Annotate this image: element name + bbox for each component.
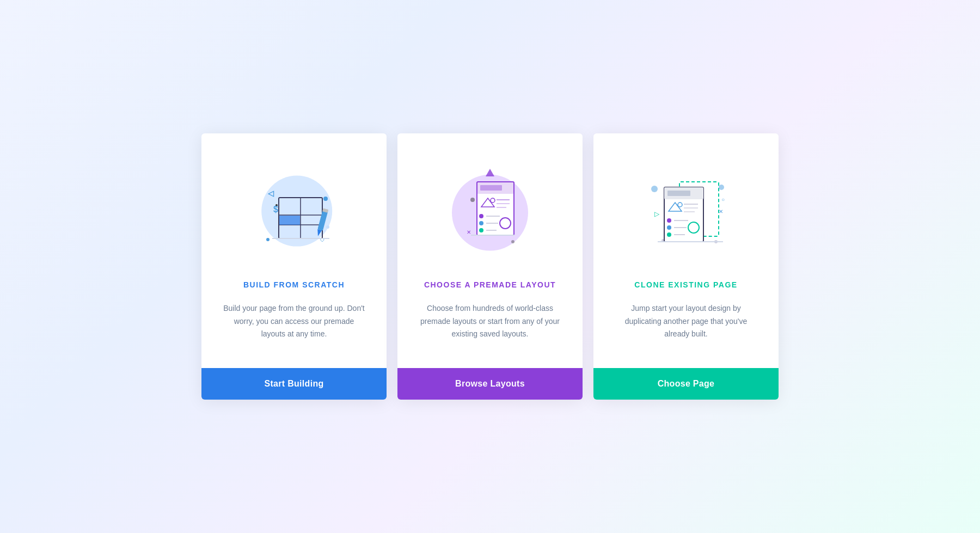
start-building-button[interactable]: Start Building <box>201 368 387 400</box>
svg-point-17 <box>470 198 475 202</box>
layout-illustration: ✕ <box>430 155 550 264</box>
svg-point-38 <box>719 185 724 190</box>
premade-title: CHOOSE A PREMADE LAYOUT <box>424 280 556 289</box>
clone-desc: Jump start your layout design by duplica… <box>613 302 759 341</box>
premade-desc: Choose from hundreds of world-class prem… <box>417 302 563 341</box>
cards-container: ◁ ◇ <box>191 133 789 400</box>
svg-point-4 <box>326 225 329 229</box>
choose-page-button[interactable]: Choose Page <box>593 368 779 400</box>
clone-illustration: ▷ ✕ ○ <box>626 155 746 264</box>
card-clone-body: ▷ ✕ ○ <box>593 133 779 368</box>
svg-marker-12 <box>316 229 322 237</box>
svg-text:▷: ▷ <box>654 210 660 218</box>
browse-layouts-button[interactable]: Browse Layouts <box>397 368 583 400</box>
svg-text:✕: ✕ <box>467 229 471 235</box>
scratch-title: BUILD FROM SCRATCH <box>243 280 345 289</box>
svg-text:○: ○ <box>721 197 725 203</box>
svg-point-30 <box>479 221 483 225</box>
clone-svg: ▷ ✕ ○ <box>626 159 746 260</box>
scratch-svg: ◁ ◇ <box>240 161 348 259</box>
svg-text:◁: ◁ <box>267 189 274 198</box>
svg-rect-10 <box>279 216 300 225</box>
svg-rect-23 <box>480 185 502 191</box>
svg-point-1 <box>323 197 328 201</box>
svg-point-53 <box>667 218 671 223</box>
svg-point-20 <box>511 240 514 243</box>
svg-text:$: $ <box>273 205 278 214</box>
svg-rect-47 <box>667 191 690 196</box>
scratch-illustration: ◁ ◇ <box>234 155 354 264</box>
svg-point-54 <box>667 225 671 230</box>
svg-text:✕: ✕ <box>719 209 723 215</box>
layout-svg: ✕ <box>436 159 544 260</box>
card-premade: ✕ <box>397 133 583 400</box>
scratch-desc: Build your page from the ground up. Don'… <box>221 302 367 341</box>
card-premade-body: ✕ <box>397 133 583 368</box>
card-clone: ▷ ✕ ○ <box>593 133 779 400</box>
svg-marker-16 <box>486 169 494 176</box>
svg-point-31 <box>479 228 483 232</box>
svg-point-29 <box>479 214 483 218</box>
card-scratch: ◁ ◇ <box>201 133 387 400</box>
svg-point-2 <box>266 238 270 241</box>
svg-point-55 <box>667 232 671 237</box>
clone-title: CLONE EXISTING PAGE <box>634 280 737 289</box>
card-scratch-body: ◁ ◇ <box>201 133 387 368</box>
svg-point-37 <box>651 186 658 192</box>
